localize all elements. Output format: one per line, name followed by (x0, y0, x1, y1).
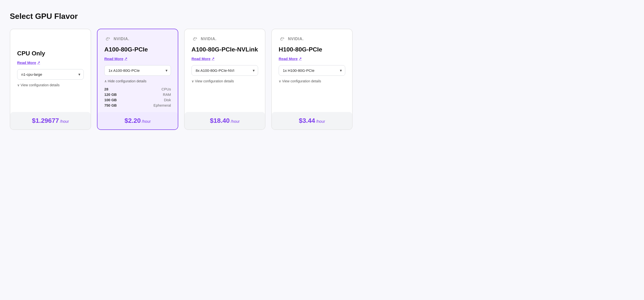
nvidia-label: NVIDIA. (114, 37, 129, 41)
config-row: 28 CPUs (104, 87, 171, 92)
card-a100-80g-pcie[interactable]: NVIDIA. A100-80G-PCIeRead More 1x A100-8… (97, 29, 178, 130)
config-chevron-icon: ∨ (279, 79, 281, 83)
card-title-a100-80g-pcie: A100-80G-PCIe (104, 46, 171, 53)
nvidia-logo: NVIDIA. (279, 36, 345, 42)
page-title: Select GPU Flavor (10, 12, 634, 21)
price-box-cpu-only: $1.29677 /hour (10, 112, 90, 129)
nvidia-logo: NVIDIA. (104, 36, 171, 42)
price-box-a100-80g-pcie-nvlink: $18.40 /hour (185, 112, 265, 129)
price-unit: /hour (60, 119, 69, 124)
price-unit: /hour (142, 119, 150, 124)
config-toggle-cpu-only[interactable]: ∨ View configuration details (17, 83, 84, 87)
card-title-h100-80g-pcie: H100-80G-PCIe (279, 46, 345, 53)
price-unit: /hour (316, 119, 325, 124)
no-logo-spacer (17, 36, 84, 46)
price-unit: /hour (231, 119, 240, 124)
read-more-link-cpu-only[interactable]: Read More (17, 61, 84, 65)
config-row: 750 GB Ephemeral (104, 103, 171, 108)
price-value: $18.40 (210, 117, 230, 124)
select-wrapper-a100-80g-pcie-nvlink: 8x A100-80G-PCIe-NVI ▾ (192, 65, 258, 76)
cards-grid: CPU OnlyRead More n1-cpu-largen1-cpu-xla… (10, 29, 352, 130)
config-toggle-a100-80g-pcie[interactable]: ∧ Hide configuration details (104, 79, 171, 83)
config-toggle-label: View configuration details (282, 79, 321, 83)
nvidia-label: NVIDIA. (288, 37, 304, 41)
config-label: Disk (164, 98, 171, 102)
config-chevron-icon: ∨ (17, 83, 20, 87)
price-value: $3.44 (299, 117, 315, 124)
flavor-select-cpu-only[interactable]: n1-cpu-largen1-cpu-xlargen1-cpu-2xlarge (17, 69, 84, 80)
card-spacer (192, 87, 258, 112)
flavor-select-a100-80g-pcie-nvlink[interactable]: 8x A100-80G-PCIe-NVI (192, 65, 258, 76)
nvidia-logo: NVIDIA. (192, 36, 258, 42)
config-label: RAM (163, 93, 171, 97)
flavor-select-a100-80g-pcie[interactable]: 1x A100-80G-PCIe2x A100-80G-PCIe4x A100-… (104, 65, 171, 76)
config-row: 100 GB Disk (104, 97, 171, 103)
config-toggle-a100-80g-pcie-nvlink[interactable]: ∨ View configuration details (192, 79, 258, 83)
read-more-link-h100-80g-pcie[interactable]: Read More (279, 57, 345, 61)
select-wrapper-a100-80g-pcie: 1x A100-80G-PCIe2x A100-80G-PCIe4x A100-… (104, 65, 171, 76)
price-value: $2.20 (125, 117, 141, 124)
config-value: 28 (104, 87, 108, 91)
config-toggle-label: View configuration details (195, 79, 234, 83)
config-toggle-label: Hide configuration details (108, 79, 146, 83)
card-title-cpu-only: CPU Only (17, 50, 84, 57)
config-value: 100 GB (104, 98, 117, 102)
config-label: CPUs (162, 87, 171, 91)
card-h100-80g-pcie[interactable]: NVIDIA. H100-80G-PCIeRead More 1x H100-8… (271, 29, 352, 130)
card-cpu-only[interactable]: CPU OnlyRead More n1-cpu-largen1-cpu-xla… (10, 29, 91, 130)
card-spacer (17, 90, 84, 112)
config-chevron-icon: ∨ (192, 79, 194, 83)
price-box-a100-80g-pcie: $2.20 /hour (98, 112, 178, 129)
card-spacer (279, 87, 345, 112)
config-chevron-icon: ∧ (104, 79, 107, 83)
read-more-link-a100-80g-pcie-nvlink[interactable]: Read More (192, 57, 258, 61)
select-wrapper-cpu-only: n1-cpu-largen1-cpu-xlargen1-cpu-2xlarge … (17, 69, 84, 80)
config-row: 120 GB RAM (104, 92, 171, 97)
config-details-a100-80g-pcie: 28 CPUs 120 GB RAM 100 GB Disk 750 GB Ep… (104, 87, 171, 108)
config-toggle-label: View configuration details (20, 83, 60, 87)
config-value: 120 GB (104, 93, 117, 97)
config-label: Ephemeral (154, 103, 171, 107)
nvidia-label: NVIDIA. (201, 37, 216, 41)
read-more-link-a100-80g-pcie[interactable]: Read More (104, 57, 171, 61)
select-wrapper-h100-80g-pcie: 1x H100-80G-PCIe2x H100-80G-PCIe4x H100-… (279, 65, 345, 76)
card-a100-80g-pcie-nvlink[interactable]: NVIDIA. A100-80G-PCIe-NVLinkRead More 8x… (184, 29, 266, 130)
price-box-h100-80g-pcie: $3.44 /hour (272, 112, 352, 129)
card-title-a100-80g-pcie-nvlink: A100-80G-PCIe-NVLink (192, 46, 258, 53)
config-value: 750 GB (104, 103, 117, 107)
price-value: $1.29677 (32, 117, 59, 124)
config-toggle-h100-80g-pcie[interactable]: ∨ View configuration details (279, 79, 345, 83)
flavor-select-h100-80g-pcie[interactable]: 1x H100-80G-PCIe2x H100-80G-PCIe4x H100-… (279, 65, 345, 76)
